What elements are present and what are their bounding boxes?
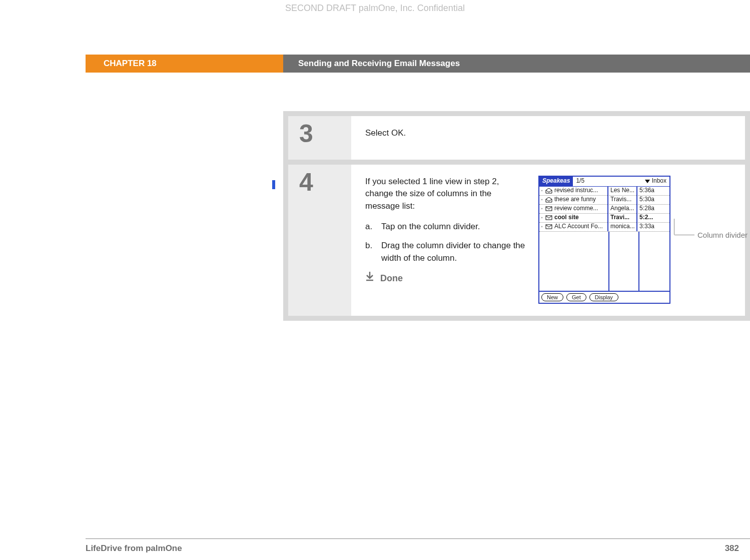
message-time: 5:28a: [637, 204, 669, 213]
bullet-icon: ◦: [539, 196, 544, 204]
message-row-unread[interactable]: ◦ cool site Travi... 5:2...: [539, 214, 669, 223]
callout-label: Column divider: [697, 230, 747, 241]
mail-opened-icon: [544, 197, 553, 203]
palm-folder-picker[interactable]: Inbox: [645, 177, 669, 185]
column-divider[interactable]: [608, 232, 609, 291]
step-text: If you selected 1 line view in step 2, c…: [365, 176, 525, 304]
step-body: Select OK.: [351, 116, 745, 160]
palm-app-name: Speakeas: [539, 177, 573, 186]
message-sender: Les Ne...: [608, 186, 637, 195]
message-sender: Angela...: [608, 204, 637, 213]
step-intro: If you selected 1 line view in step 2, c…: [365, 176, 525, 213]
message-row[interactable]: ◦ ALC Account Fo... monica... 3:33a: [539, 223, 669, 232]
message-row[interactable]: ◦ these are funny Travis... 5:30a: [539, 196, 669, 205]
substep-letter: b.: [365, 240, 376, 264]
message-time: 5:2...: [637, 213, 669, 222]
footer-rule: [86, 538, 750, 539]
step-number-cell: 3: [288, 116, 351, 160]
message-time: 3:33a: [637, 222, 669, 231]
message-subject: revised instruc...: [553, 186, 608, 195]
message-row[interactable]: ◦ revised instruc... Les Ne... 5:36a: [539, 187, 669, 196]
substep-a: a. Tap on the column divider.: [365, 221, 525, 233]
palm-empty-area: [539, 232, 669, 291]
palm-message-list: ◦ revised instruc... Les Ne... 5:36a ◦: [539, 187, 669, 291]
arrow-down-stop-icon: [365, 271, 374, 285]
page-footer: LifeDrive from palmOne 382: [86, 543, 739, 553]
palm-folder-label: Inbox: [652, 177, 666, 185]
substep-b: b. Drag the column divider to change the…: [365, 240, 525, 264]
step-text: Select OK.: [365, 127, 525, 148]
palm-titlebar: Speakeas 1/5 Inbox: [539, 177, 669, 187]
bullet-icon: ◦: [539, 214, 544, 222]
message-subject: ALC Account Fo...: [553, 222, 608, 231]
mail-closed-icon: [544, 224, 553, 229]
message-sender: Travi...: [608, 213, 637, 222]
message-subject: cool site: [553, 213, 608, 222]
chapter-header-bar: CHAPTER 18 Sending and Receiving Email M…: [0, 55, 750, 73]
substep-text: Tap on the column divider.: [381, 221, 525, 233]
done-label: Done: [380, 272, 403, 285]
done-indicator: Done: [365, 271, 525, 285]
bullet-icon: ◦: [539, 187, 544, 195]
palm-new-button[interactable]: New: [541, 293, 563, 301]
column-divider-callout: Column divider: [674, 230, 747, 241]
step-number-cell: 4: [288, 165, 351, 316]
chapter-label: CHAPTER 18: [86, 55, 283, 73]
page-number: 382: [725, 543, 739, 553]
mail-closed-icon: [544, 215, 553, 220]
confidential-watermark: SECOND DRAFT palmOne, Inc. Confidential: [0, 3, 750, 14]
dropdown-triangle-icon: [645, 180, 650, 183]
step-4: 4 If you selected 1 line view in step 2,…: [288, 165, 745, 316]
chapter-title: Sending and Receiving Email Messages: [283, 55, 750, 73]
message-time: 5:30a: [637, 195, 669, 204]
mail-closed-icon: [544, 206, 553, 211]
step-number: 4: [299, 170, 313, 195]
substep-letter: a.: [365, 221, 376, 233]
embedded-screenshot: Speakeas 1/5 Inbox ◦: [538, 176, 731, 304]
bullet-icon: ◦: [539, 223, 544, 231]
message-time: 5:36a: [637, 186, 669, 195]
message-sender: monica...: [608, 222, 637, 231]
message-sender: Travis...: [608, 195, 637, 204]
step-number: 3: [299, 121, 313, 146]
step-body: If you selected 1 line view in step 2, c…: [351, 165, 745, 316]
palm-email-app: Speakeas 1/5 Inbox ◦: [538, 176, 670, 304]
product-name: LifeDrive from palmOne: [86, 543, 182, 553]
bullet-icon: ◦: [539, 205, 544, 213]
step-3: 3 Select OK.: [288, 116, 745, 160]
revision-change-bar: [272, 180, 275, 189]
column-divider[interactable]: [638, 232, 639, 291]
step-instruction: Select OK.: [365, 127, 525, 140]
mail-opened-icon: [544, 188, 553, 194]
palm-display-button[interactable]: Display: [589, 293, 618, 301]
message-row[interactable]: ◦ review comme... Angela... 5:28a: [539, 205, 669, 214]
message-subject: these are funny: [553, 195, 608, 204]
steps-container: 3 Select OK. 4 If you selected 1 line vi…: [283, 111, 750, 321]
message-subject: review comme...: [553, 204, 608, 213]
callout-leader-line: [674, 235, 694, 235]
palm-button-bar: New Get Display: [539, 291, 669, 303]
substep-text: Drag the column divider to change the wi…: [381, 240, 525, 264]
palm-get-button[interactable]: Get: [566, 293, 586, 301]
palm-message-counter: 1/5: [573, 177, 587, 185]
header-spacer: [0, 55, 86, 73]
